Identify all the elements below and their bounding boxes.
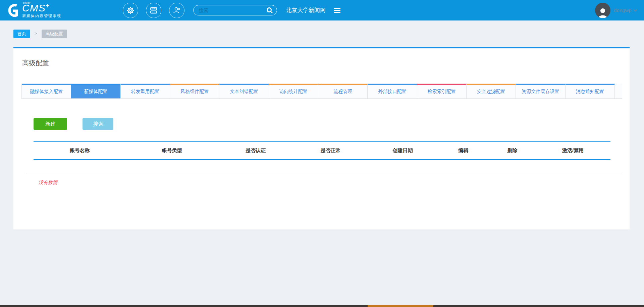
breadcrumb-separator: > <box>35 31 37 36</box>
tab-7[interactable]: 流程管理 <box>318 84 368 98</box>
new-button[interactable]: 新建 <box>34 118 67 130</box>
empty-message: 没有数据 <box>39 180 630 186</box>
settings-button[interactable] <box>123 3 138 18</box>
search-button[interactable]: 搜索 <box>83 118 113 130</box>
column-header: 激活/禁用 <box>535 147 610 154</box>
tabs-bar: 融媒体接入配置新媒体配置转发重用配置风格组件配置文本纠错配置访问统计配置流程管理… <box>21 84 622 99</box>
logo-power-text: power <box>23 1 30 4</box>
chevron-down-icon[interactable] <box>633 8 637 11</box>
breadcrumb: 首页 > 高级配置 <box>0 20 644 47</box>
tab-12[interactable]: 消息通知配置 <box>566 84 615 98</box>
tab-8[interactable]: 外部接口配置 <box>368 84 417 98</box>
table-header-row: 账号名称帐号类型是否认证是否正常创建日期编辑删除激活/禁用 <box>34 141 610 160</box>
tab-10[interactable]: 安全过滤配置 <box>467 84 516 98</box>
tab-9[interactable]: 检索索引配置 <box>417 84 467 98</box>
tab-partial <box>615 84 622 98</box>
modules-icon <box>150 6 158 14</box>
app-logo: power CMS+ 新媒体内容管理系统 <box>5 2 61 18</box>
toolbar: 新建 搜索 <box>34 118 630 130</box>
column-header: 创建日期 <box>368 147 437 154</box>
user-admin-button[interactable] <box>169 3 184 18</box>
topbar: power CMS+ 新媒体内容管理系统 <box>0 0 644 20</box>
column-header: 帐号类型 <box>126 147 218 154</box>
tab-5[interactable]: 文本纠错配置 <box>219 84 269 98</box>
gear-icon <box>126 6 135 15</box>
logo-subtitle: 新媒体内容管理系统 <box>22 13 61 18</box>
breadcrumb-current: 高级配置 <box>42 30 67 38</box>
page-title: 高级配置 <box>13 48 630 68</box>
breadcrumb-home[interactable]: 首页 <box>13 30 30 38</box>
hamburger-icon <box>334 8 340 9</box>
user-area: dongwp <box>595 0 637 20</box>
user-admin-icon <box>172 6 181 15</box>
topbar-search <box>193 5 277 15</box>
divider <box>26 174 622 174</box>
tab-4[interactable]: 风格组件配置 <box>170 84 219 98</box>
username[interactable]: dongwp <box>614 7 632 13</box>
column-header: 是否正常 <box>293 147 368 154</box>
column-header: 是否认证 <box>218 147 293 154</box>
search-icon[interactable] <box>266 7 273 14</box>
tab-11[interactable]: 资源文件缓存设置 <box>516 84 565 98</box>
logo-g-icon <box>5 3 20 18</box>
logo-plus-text: + <box>46 2 50 9</box>
column-header: 删除 <box>489 147 536 154</box>
menu-button[interactable] <box>334 8 341 14</box>
modules-button[interactable] <box>146 3 161 18</box>
tab-3[interactable]: 转发重用配置 <box>121 84 170 98</box>
search-input[interactable] <box>194 5 266 15</box>
bottom-strip-segment <box>368 305 433 307</box>
column-header: 编辑 <box>437 147 489 154</box>
avatar[interactable] <box>595 3 610 18</box>
tab-2[interactable]: 新媒体配置 <box>71 84 120 98</box>
main-panel: 高级配置 融媒体接入配置新媒体配置转发重用配置风格组件配置文本纠错配置访问统计配… <box>13 47 630 229</box>
tab-1[interactable]: 融媒体接入配置 <box>22 84 71 98</box>
bottom-strip <box>0 305 644 307</box>
tab-6[interactable]: 访问统计配置 <box>269 84 318 98</box>
site-name: 北京大学新闻网 <box>286 0 326 20</box>
column-header: 账号名称 <box>34 147 126 154</box>
person-icon <box>597 7 608 18</box>
